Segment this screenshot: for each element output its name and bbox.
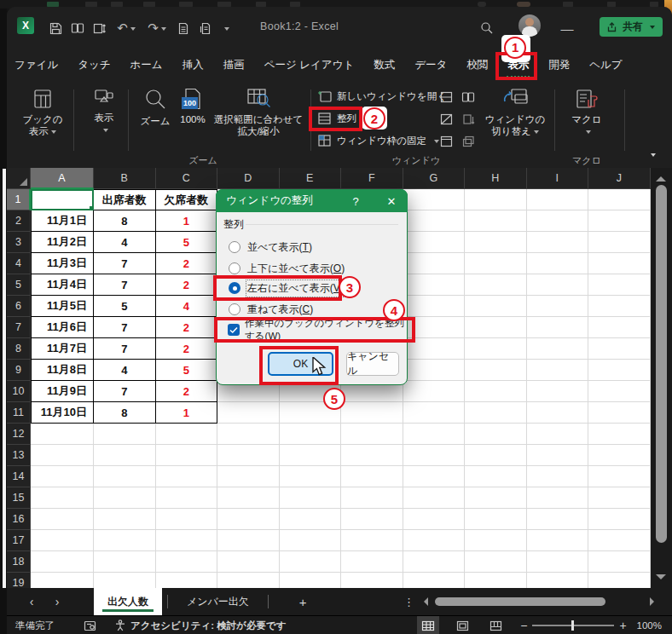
cell-B14[interactable] <box>94 466 156 487</box>
sheet-next-arrow[interactable]: › <box>44 595 70 608</box>
cell-D14[interactable] <box>217 466 280 487</box>
cell-A18[interactable] <box>31 551 94 573</box>
row-header-10[interactable]: 10 <box>7 381 31 402</box>
vertical-scrollbar[interactable] <box>651 168 672 588</box>
cell-J11[interactable] <box>588 402 651 424</box>
cell-B17[interactable] <box>94 530 156 551</box>
redo-button[interactable]: ↷ <box>142 18 172 38</box>
cell-B2[interactable]: 8 <box>94 210 156 232</box>
cell-A7[interactable]: 11月6日 <box>31 317 94 338</box>
cell-H5[interactable] <box>465 274 527 296</box>
zoom-out-button[interactable]: − <box>520 619 527 632</box>
cell-G5[interactable] <box>403 274 466 296</box>
cell-C15[interactable] <box>156 487 218 509</box>
cell-H12[interactable] <box>465 424 527 445</box>
cell-G8[interactable] <box>403 338 466 360</box>
cell-C16[interactable] <box>156 509 218 530</box>
cell-G10[interactable] <box>403 381 466 402</box>
cell-G13[interactable] <box>403 445 466 466</box>
zoom-in-button[interactable]: + <box>619 619 626 632</box>
cell-E13[interactable] <box>280 445 342 466</box>
cell-A8[interactable]: 11月7日 <box>31 338 94 360</box>
new-window-button[interactable]: 新しいウィンドウを開く <box>317 89 447 103</box>
cell-I6[interactable] <box>527 296 589 317</box>
cell-F12[interactable] <box>341 424 403 445</box>
sheet-tab-2[interactable]: メンバー出欠 <box>173 588 263 615</box>
row-header-14[interactable]: 14 <box>7 466 31 487</box>
cell-B8[interactable]: 7 <box>94 338 156 360</box>
ribbon-tab-8[interactable]: データ <box>412 55 449 78</box>
cell-C2[interactable]: 1 <box>156 210 218 232</box>
horizontal-scrollbar[interactable] <box>420 594 658 609</box>
cell-F11[interactable] <box>341 402 403 424</box>
row-header-16[interactable]: 16 <box>7 509 31 530</box>
cell-I10[interactable] <box>527 381 589 402</box>
cell-G9[interactable] <box>403 360 466 381</box>
cell-G12[interactable] <box>403 424 466 445</box>
cell-J16[interactable] <box>588 509 651 530</box>
cell-H2[interactable] <box>465 210 527 232</box>
cell-B3[interactable]: 4 <box>94 232 156 253</box>
zoom-to-selection-button[interactable]: 選択範囲に合わせて 拡大/縮小 <box>211 86 305 137</box>
cell-A4[interactable]: 11月3日 <box>31 253 94 274</box>
zoom-slider-thumb[interactable] <box>571 620 574 631</box>
freeze-panes-button[interactable]: ウィンドウ枠の固定 <box>317 134 439 147</box>
cell-E19[interactable] <box>280 573 342 588</box>
dialog-option-1[interactable]: 並べて表示(T) <box>217 238 408 256</box>
cell-A14[interactable] <box>31 466 94 487</box>
cell-G16[interactable] <box>403 509 466 530</box>
excel-app-icon[interactable]: X <box>17 17 34 34</box>
cell-J14[interactable] <box>588 466 651 487</box>
normal-view-button[interactable] <box>417 616 439 634</box>
ribbon-tab-12[interactable]: ヘルプ <box>587 55 624 78</box>
row-header-4[interactable]: 4 <box>7 253 31 274</box>
vertical-scroll-thumb[interactable] <box>656 185 667 543</box>
cell-B16[interactable] <box>94 509 156 530</box>
cell-H4[interactable] <box>465 253 527 274</box>
cell-J4[interactable] <box>588 253 651 274</box>
cell-G18[interactable] <box>403 551 466 573</box>
cell-J10[interactable] <box>588 381 651 402</box>
cell-A13[interactable] <box>31 445 94 466</box>
cell-J3[interactable] <box>588 232 651 253</box>
column-header-D[interactable]: D <box>217 168 280 189</box>
cell-A1[interactable] <box>31 189 94 210</box>
cell-I4[interactable] <box>527 253 589 274</box>
cell-A15[interactable] <box>31 487 94 509</box>
cell-D13[interactable] <box>217 445 280 466</box>
cell-E16[interactable] <box>280 509 342 530</box>
cell-B4[interactable]: 7 <box>94 253 156 274</box>
cell-J1[interactable] <box>588 189 651 210</box>
ribbon-tab-11[interactable]: 開発 <box>546 55 572 78</box>
row-header-17[interactable]: 17 <box>7 530 31 551</box>
cell-A16[interactable] <box>31 509 94 530</box>
cell-J2[interactable] <box>588 210 651 232</box>
cell-D15[interactable] <box>217 487 280 509</box>
cell-C3[interactable]: 5 <box>156 232 218 253</box>
cell-J13[interactable] <box>588 445 651 466</box>
cancel-button[interactable]: キャンセル <box>346 352 399 376</box>
cell-B13[interactable] <box>94 445 156 466</box>
cell-J5[interactable] <box>588 274 651 296</box>
cell-I3[interactable] <box>527 232 589 253</box>
cell-G2[interactable] <box>403 210 466 232</box>
row-header-11[interactable]: 11 <box>7 402 31 424</box>
dialog-option-3[interactable]: 左右に並べて表示(V)3 <box>217 279 408 297</box>
zoom-100-button[interactable]: 100 100% <box>176 86 210 125</box>
radio-selected[interactable] <box>229 282 240 294</box>
row-header-12[interactable]: 12 <box>7 424 31 445</box>
cell-I2[interactable] <box>527 210 589 232</box>
cell-C9[interactable]: 5 <box>156 360 218 381</box>
select-all-corner[interactable] <box>7 168 31 189</box>
switch-windows-button[interactable]: ウィンドウの 切り替え <box>483 86 547 137</box>
cell-D11[interactable] <box>217 402 280 424</box>
row-header-9[interactable]: 9 <box>7 360 31 381</box>
sheet-options-dots[interactable]: ⋮ <box>403 596 414 608</box>
horizontal-scroll-thumb[interactable] <box>435 597 605 606</box>
cell-C13[interactable] <box>156 445 218 466</box>
zoom-button[interactable]: ズーム <box>136 86 174 127</box>
cell-F16[interactable] <box>341 509 403 530</box>
undo-button[interactable]: ↶ <box>111 18 142 38</box>
row-header-18[interactable]: 18 <box>7 551 31 573</box>
cell-B10[interactable]: 7 <box>94 381 156 402</box>
